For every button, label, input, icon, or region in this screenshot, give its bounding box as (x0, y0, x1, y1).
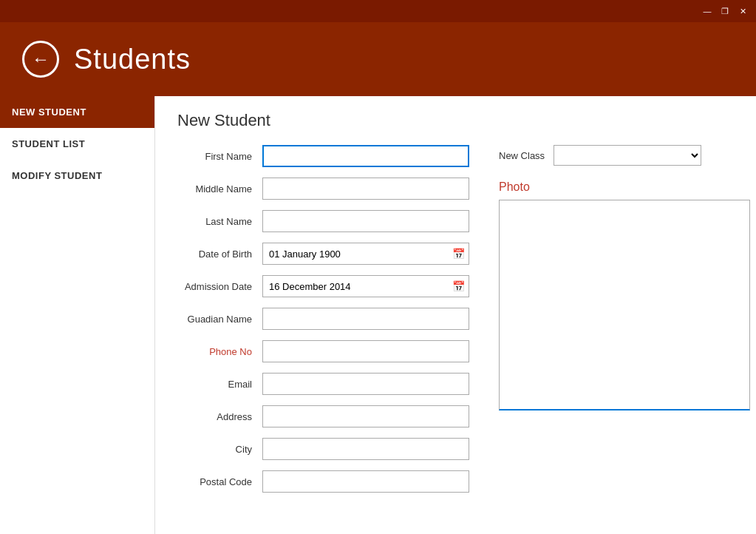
city-input[interactable] (262, 438, 469, 460)
admission-date-label: Admission Date (177, 281, 262, 292)
address-label: Address (177, 411, 262, 422)
new-class-label: New Class (499, 150, 545, 161)
title-bar: — ❐ ✕ (0, 0, 756, 22)
email-label: Email (177, 379, 262, 390)
last-name-label: Last Name (177, 216, 262, 227)
middle-name-label: Middle Name (177, 183, 262, 195)
app-header: ← Students (0, 22, 756, 96)
page-title: New Student (177, 111, 734, 130)
photo-label: Photo (499, 180, 750, 194)
maximize-button[interactable]: ❐ (718, 4, 732, 18)
back-button[interactable]: ← (22, 41, 59, 78)
last-name-input[interactable] (262, 210, 469, 232)
first-name-row: First Name (177, 145, 469, 167)
date-of-birth-row: Date of Birth 📅 (177, 243, 469, 265)
guardian-name-input[interactable] (262, 308, 469, 330)
phone-no-row: Phone No (177, 340, 469, 362)
first-name-label: First Name (177, 151, 262, 162)
city-label: City (177, 444, 262, 455)
minimize-button[interactable]: — (700, 4, 715, 18)
form-left: First Name Middle Name Last Name Date of… (177, 145, 469, 503)
middle-name-row: Middle Name (177, 178, 469, 200)
phone-no-label: Phone No (177, 346, 262, 357)
first-name-input[interactable] (262, 145, 469, 167)
email-input[interactable] (262, 373, 469, 395)
guardian-name-label: Guadian Name (177, 314, 262, 325)
last-name-row: Last Name (177, 210, 469, 232)
postal-code-input[interactable] (262, 470, 469, 493)
new-class-row: New Class (499, 145, 750, 166)
window-controls: — ❐ ✕ (700, 4, 750, 18)
email-row: Email (177, 373, 469, 395)
admission-date-row: Admission Date 📅 (177, 275, 469, 297)
admission-date-wrapper: 📅 (262, 275, 469, 297)
city-row: City (177, 438, 469, 460)
back-icon: ← (32, 49, 50, 70)
guardian-name-row: Guadian Name (177, 308, 469, 330)
address-input[interactable] (262, 405, 469, 427)
sidebar-item-new-student[interactable]: NEW STUDENT (0, 96, 154, 128)
close-button[interactable]: ✕ (735, 4, 750, 18)
app-title: Students (74, 44, 191, 75)
main-layout: NEW STUDENT STUDENT LIST MODIFY STUDENT … (0, 96, 756, 534)
address-row: Address (177, 405, 469, 427)
date-of-birth-wrapper: 📅 (262, 243, 469, 265)
content-area: New Student First Name Middle Name Last … (155, 96, 756, 534)
photo-box[interactable] (499, 200, 750, 410)
phone-no-input[interactable] (262, 340, 469, 362)
postal-code-label: Postal Code (177, 476, 262, 487)
form-layout: First Name Middle Name Last Name Date of… (177, 145, 734, 503)
date-of-birth-input[interactable] (262, 243, 469, 265)
sidebar-item-modify-student[interactable]: MODIFY STUDENT (0, 160, 154, 192)
sidebar: NEW STUDENT STUDENT LIST MODIFY STUDENT (0, 96, 155, 534)
postal-code-row: Postal Code (177, 470, 469, 493)
form-right: New Class Photo (499, 145, 750, 503)
middle-name-input[interactable] (262, 178, 469, 200)
new-class-select[interactable] (554, 145, 701, 166)
date-of-birth-label: Date of Birth (177, 249, 262, 260)
admission-date-input[interactable] (262, 275, 469, 297)
sidebar-item-student-list[interactable]: STUDENT LIST (0, 128, 154, 160)
